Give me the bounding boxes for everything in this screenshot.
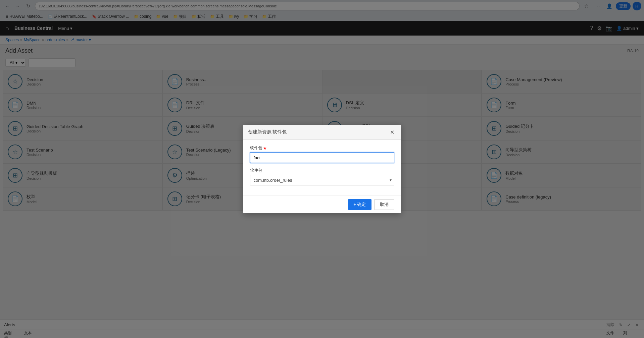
modal-header: 创建新资源 软件包 ✕ <box>243 125 401 140</box>
package-name-input[interactable] <box>250 152 394 163</box>
modal-footer: + 确定 取消 <box>243 195 401 213</box>
package-name-label: 软件包 ★ <box>250 145 394 151</box>
package-select-wrapper: com.lhb.order_rules ▾ <box>250 175 394 185</box>
package-name-group: 软件包 ★ <box>250 145 394 163</box>
modal-title: 创建新资源 软件包 <box>248 129 287 135</box>
package-select-group: 软件包 com.lhb.order_rules ▾ <box>250 168 394 185</box>
package-select[interactable]: com.lhb.order_rules <box>250 175 394 185</box>
modal-dialog: 创建新资源 软件包 ✕ 软件包 ★ 软件包 com.lhb.order_rule… <box>243 125 401 213</box>
modal-overlay: 创建新资源 软件包 ✕ 软件包 ★ 软件包 com.lhb.order_rule… <box>0 0 644 338</box>
required-star: ★ <box>263 146 267 151</box>
package-select-label: 软件包 <box>250 168 394 173</box>
confirm-button[interactable]: + 确定 <box>348 199 371 210</box>
modal-close-button[interactable]: ✕ <box>388 128 396 136</box>
cancel-button[interactable]: 取消 <box>374 199 394 210</box>
modal-body: 软件包 ★ 软件包 com.lhb.order_rules ▾ <box>243 140 401 195</box>
